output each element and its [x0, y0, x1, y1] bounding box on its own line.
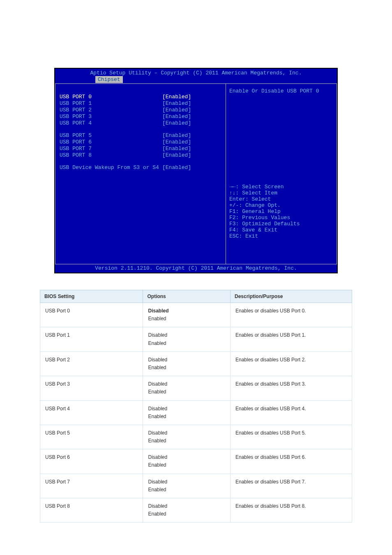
cell-setting: USB Port 6 [40, 449, 143, 474]
bios-label: USB PORT 7 [60, 146, 162, 152]
bios-value: [Enabled] [162, 107, 191, 113]
table-row: USB Port 0DisabledEnabledEnables or disa… [40, 303, 352, 327]
cell-setting: USB Port 7 [40, 474, 143, 498]
cell-description: Enables or disables USB Port 5. [230, 425, 352, 449]
cell-options: DisabledEnabled [143, 376, 231, 400]
table-row: USB Port 6DisabledEnabledEnables or disa… [40, 449, 352, 474]
cell-options: DisabledEnabled [143, 352, 231, 376]
bios-value: [Enabled] [162, 120, 191, 127]
table-row: USB Port 7DisabledEnabledEnables or disa… [40, 474, 352, 498]
table-row: USB Port 8DisabledEnabledEnables or disa… [40, 498, 352, 523]
bios-row[interactable]: USB PORT 2[Enabled] [60, 107, 226, 113]
bios-body: USB PORT 0[Enabled] USB PORT 1[Enabled] … [55, 83, 337, 264]
col-header-description: Description/Purpose [230, 290, 352, 303]
cell-setting: USB Port 3 [40, 376, 143, 400]
bios-label: USB PORT 4 [60, 120, 162, 127]
bios-tab-chipset[interactable]: Chipset [95, 76, 123, 83]
table-row: USB Port 5DisabledEnabledEnables or disa… [40, 425, 352, 449]
cell-setting: USB Port 1 [40, 327, 143, 352]
bios-label: USB Device Wakeup From S3 or S4 [60, 164, 162, 171]
cell-options: DisabledEnabled [143, 327, 231, 352]
bios-help-pane: Enable Or Disable USB PORT 0 →←: Select … [226, 83, 337, 264]
cell-setting: USB Port 5 [40, 425, 143, 449]
bios-row[interactable]: USB PORT 7[Enabled] [60, 146, 226, 152]
table-row: USB Port 3DisabledEnabledEnables or disa… [40, 376, 352, 400]
bios-label: USB PORT 1 [60, 100, 162, 107]
bios-nav-hints: →←: Select Screen ↑↓: Select Item Enter:… [229, 184, 333, 260]
table-row: USB Port 4DisabledEnabledEnables or disa… [40, 400, 352, 425]
col-header-setting: BIOS Setting [40, 290, 143, 303]
cell-description: Enables or disables USB Port 7. [230, 474, 352, 498]
bios-value: [Enabled] [162, 164, 191, 171]
bios-row[interactable]: USB PORT 1[Enabled] [60, 100, 226, 107]
bios-value: [Enabled] [162, 152, 191, 159]
nav-hint: F4: Save & Exit [229, 227, 333, 233]
nav-hint: Enter: Select [229, 196, 333, 202]
bios-footer: Version 2.11.1210. Copyright (C) 2011 Am… [55, 264, 337, 273]
bios-title: Aptio Setup Utility – Copyright (C) 2011… [55, 69, 337, 76]
nav-hint: +/-: Change Opt. [229, 202, 333, 208]
bios-label: USB PORT 3 [60, 113, 162, 120]
table-header-row: BIOS Setting Options Description/Purpose [40, 290, 352, 303]
bios-label: USB PORT 6 [60, 139, 162, 146]
col-header-options: Options [143, 290, 231, 303]
bios-value: [Enabled] [162, 146, 191, 152]
bios-row[interactable]: USB PORT 5[Enabled] [60, 132, 226, 139]
settings-table: BIOS Setting Options Description/Purpose… [40, 290, 352, 523]
cell-description: Enables or disables USB Port 4. [230, 400, 352, 425]
bios-row[interactable]: USB PORT 0[Enabled] [60, 94, 226, 100]
cell-description: Enables or disables USB Port 0. [230, 303, 352, 327]
bios-row[interactable]: USB PORT 6[Enabled] [60, 139, 226, 146]
cell-options: DisabledEnabled [143, 400, 231, 425]
cell-description: Enables or disables USB Port 2. [230, 352, 352, 376]
cell-options: DisabledEnabled [143, 474, 231, 498]
nav-hint: F1: General Help [229, 208, 333, 215]
bios-help-text: Enable Or Disable USB PORT 0 [229, 88, 333, 94]
bios-tab-row: Chipset [55, 76, 337, 83]
nav-hint: F3: Optimized Defaults [229, 221, 333, 227]
bios-screenshot: Aptio Setup Utility – Copyright (C) 2011… [54, 68, 338, 273]
bios-row[interactable]: USB Device Wakeup From S3 or S4[Enabled] [60, 164, 226, 171]
cell-description: Enables or disables USB Port 1. [230, 327, 352, 352]
table-row: USB Port 1DisabledEnabledEnables or disa… [40, 327, 352, 352]
bios-label: USB PORT 2 [60, 107, 162, 113]
bios-row[interactable]: USB PORT 3[Enabled] [60, 113, 226, 120]
bios-value: [Enabled] [162, 100, 191, 107]
cell-setting: USB Port 8 [40, 498, 143, 523]
bios-value: [Enabled] [162, 94, 191, 100]
cell-description: Enables or disables USB Port 6. [230, 449, 352, 474]
nav-hint: F2: Previous Values [229, 215, 333, 221]
table-body: USB Port 0DisabledEnabledEnables or disa… [40, 303, 352, 523]
cell-options: DisabledEnabled [143, 303, 231, 327]
cell-options: DisabledEnabled [143, 449, 231, 474]
bios-row[interactable]: USB PORT 4[Enabled] [60, 120, 226, 127]
cell-setting: USB Port 0 [40, 303, 143, 327]
cell-description: Enables or disables USB Port 8. [230, 498, 352, 523]
cell-options: DisabledEnabled [143, 425, 231, 449]
cell-options: DisabledEnabled [143, 498, 231, 523]
cell-setting: USB Port 4 [40, 400, 143, 425]
bios-label: USB PORT 0 [60, 94, 162, 100]
nav-hint: →←: Select Screen [229, 184, 333, 190]
bios-settings-pane: USB PORT 0[Enabled] USB PORT 1[Enabled] … [55, 83, 226, 264]
bios-label: USB PORT 8 [60, 152, 162, 159]
table-row: USB Port 2DisabledEnabledEnables or disa… [40, 352, 352, 376]
nav-hint: ESC: Exit [229, 233, 333, 239]
bios-value: [Enabled] [162, 132, 191, 139]
cell-setting: USB Port 2 [40, 352, 143, 376]
nav-hint: ↑↓: Select Item [229, 190, 333, 196]
bios-value: [Enabled] [162, 139, 191, 146]
bios-value: [Enabled] [162, 113, 191, 120]
cell-description: Enables or disables USB Port 3. [230, 376, 352, 400]
bios-row[interactable]: USB PORT 8[Enabled] [60, 152, 226, 159]
bios-label: USB PORT 5 [60, 132, 162, 139]
